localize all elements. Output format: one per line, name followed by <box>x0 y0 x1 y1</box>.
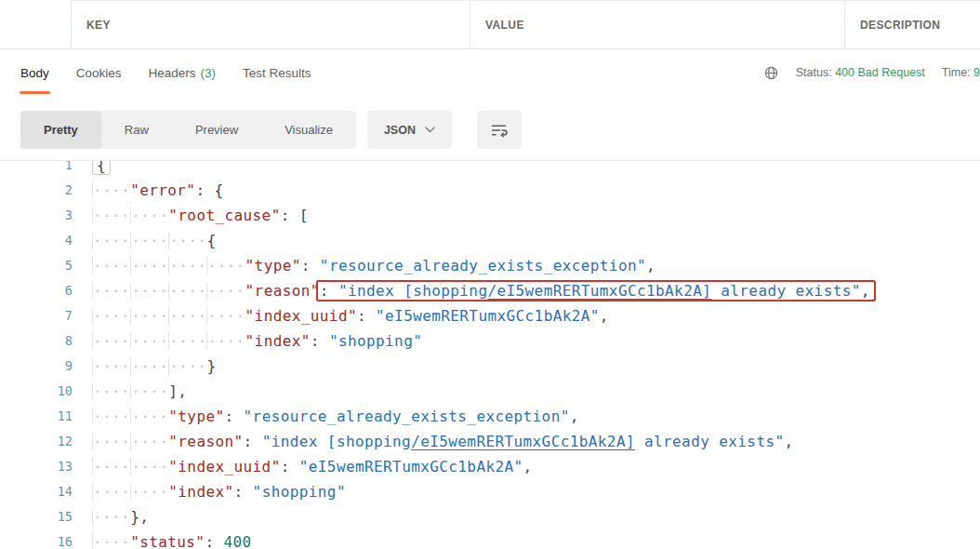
code-line: 3········"root_cause": [ <box>0 203 980 228</box>
token-punc: : <box>234 483 253 501</box>
indent-guide: ···· <box>130 207 168 224</box>
line-number: 8 <box>0 328 73 354</box>
indent-guide: ···· <box>130 332 168 350</box>
code-line: 11········"type": "resource_already_exis… <box>0 404 980 429</box>
line-content: ····"error": { <box>73 178 223 203</box>
token-str: "index [shopping <box>338 282 488 300</box>
code-line: 14········"index": "shopping" <box>0 479 980 504</box>
token-key: "status" <box>130 533 205 549</box>
token-punc: , <box>861 282 870 300</box>
token-punc: : [ <box>281 207 309 224</box>
line-number: 2 <box>0 178 73 203</box>
line-content: { <box>73 160 111 178</box>
json-code: 1{2····"error": {3········"root_cause": … <box>0 160 980 549</box>
body-view-toolbar: Pretty Raw Preview Visualize JSON <box>0 96 980 160</box>
line-content: ············{ <box>73 228 216 253</box>
token-str: "index [shopping <box>262 433 412 450</box>
token-key: "index_uuid" <box>245 307 357 325</box>
response-meta: Status: 400 Bad Request Time: 9 <box>763 65 980 81</box>
token-punc: , <box>523 458 533 475</box>
token-key: "root_cause" <box>168 207 280 224</box>
view-mode-raw[interactable]: Raw <box>101 111 172 149</box>
error-reason-highlight: : "index [shopping/eI5wemRERTumxGCc1bAk2… <box>320 282 870 300</box>
tab-body-label: Body <box>20 66 49 80</box>
token-punc: : <box>311 332 329 350</box>
code-line: 5················"type": "resource_alrea… <box>0 253 980 278</box>
line-content: ········"index_uuid": "eI5wemRERTumxGCc1… <box>73 454 533 479</box>
tab-test-results[interactable]: Test Results <box>243 49 311 96</box>
token-str: "eI5wemRERTumxGCc1bAk2A" <box>299 458 523 475</box>
token-strlink: /eI5wemRERTumxGCc1bAk2A] <box>487 282 711 300</box>
indent-guide: ···· <box>168 282 206 300</box>
time-label: Time: <box>942 66 971 79</box>
token-str: "resource_already_exists_exception" <box>244 408 570 425</box>
indent-guide: ···· <box>130 458 168 475</box>
line-number: 11 <box>0 404 73 429</box>
response-body-editor[interactable]: 1{2····"error": {3········"root_cause": … <box>0 160 980 549</box>
token-key: "index_uuid" <box>168 458 280 475</box>
code-line: 1{ <box>0 160 980 178</box>
active-tab-underline <box>20 91 50 94</box>
code-line: 15····}, <box>0 504 980 529</box>
code-line: 7················"index_uuid": "eI5wemRE… <box>0 303 980 328</box>
time-badge: Time: 9 <box>942 66 980 79</box>
line-number: 9 <box>0 354 73 379</box>
indent-guide: ···· <box>92 533 130 549</box>
line-number: 1 <box>0 160 73 178</box>
tab-cookies-label: Cookies <box>76 66 122 80</box>
indent-guide: ···· <box>92 508 130 526</box>
token-key: "reason" <box>245 282 320 300</box>
indent-guide: ···· <box>92 483 130 501</box>
token-str: already exists" <box>711 282 861 300</box>
token-punc: } <box>206 357 216 375</box>
language-select[interactable]: JSON <box>367 111 452 149</box>
line-content: ················"index_uuid": "eI5wemRER… <box>73 303 609 328</box>
code-line: 12········"reason": "index [shopping/eI5… <box>0 429 980 454</box>
tab-headers[interactable]: Headers (3) <box>149 49 217 96</box>
tab-headers-label: Headers <box>149 66 196 80</box>
line-number: 15 <box>0 504 73 529</box>
indent-guide: ···· <box>92 357 130 375</box>
tab-body[interactable]: Body <box>20 49 49 96</box>
indent-guide: ···· <box>130 257 168 274</box>
line-number: 3 <box>0 203 73 228</box>
globe-icon[interactable] <box>763 65 779 81</box>
indent-guide: ···· <box>206 257 245 274</box>
line-content: ················"index": "shopping" <box>73 328 422 354</box>
indent-guide: ···· <box>168 332 206 350</box>
view-mode-switcher: Pretty Raw Preview Visualize <box>20 111 356 149</box>
postman-response-panel: KEY VALUE DESCRIPTION Body Cookies Heade… <box>0 0 980 549</box>
indent-guide: ···· <box>130 433 168 450</box>
kv-table-header: KEY VALUE DESCRIPTION <box>0 0 980 49</box>
wrap-text-button[interactable] <box>477 111 522 149</box>
token-punc: : <box>224 408 243 425</box>
time-value: 9 <box>973 66 980 79</box>
token-punc: : <box>357 307 376 325</box>
token-punc: : { <box>195 181 223 199</box>
line-content: ····"status": 400 <box>73 529 252 549</box>
fold-marker[interactable]: { <box>92 160 111 175</box>
line-content: ········], <box>73 379 187 404</box>
token-str: "resource_already_exists_exception" <box>320 257 646 274</box>
code-line: 8················"index": "shopping" <box>0 328 980 354</box>
response-tabs: Body Cookies Headers (3) Test Results St… <box>0 49 980 96</box>
line-number: 10 <box>0 379 73 404</box>
wrap-text-icon <box>489 120 509 140</box>
language-select-value: JSON <box>384 124 416 137</box>
line-content: ················"reason": "index [shoppi… <box>73 278 870 303</box>
indent-guide: ···· <box>168 232 206 249</box>
token-punc: { <box>206 232 216 249</box>
indent-guide: ···· <box>92 257 130 274</box>
indent-guide: ···· <box>92 181 130 199</box>
code-line: 16····"status": 400 <box>0 529 980 549</box>
indent-guide: ···· <box>92 332 130 350</box>
status-label: Status: <box>796 66 832 79</box>
view-mode-visualize[interactable]: Visualize <box>261 111 356 149</box>
indent-guide: ···· <box>92 207 130 224</box>
tab-cookies[interactable]: Cookies <box>76 49 122 96</box>
view-mode-pretty[interactable]: Pretty <box>20 111 101 149</box>
view-mode-preview[interactable]: Preview <box>172 111 261 149</box>
line-content: ················"type": "resource_alread… <box>73 253 656 278</box>
token-key: "index" <box>245 332 311 350</box>
tab-test-results-label: Test Results <box>243 66 311 80</box>
